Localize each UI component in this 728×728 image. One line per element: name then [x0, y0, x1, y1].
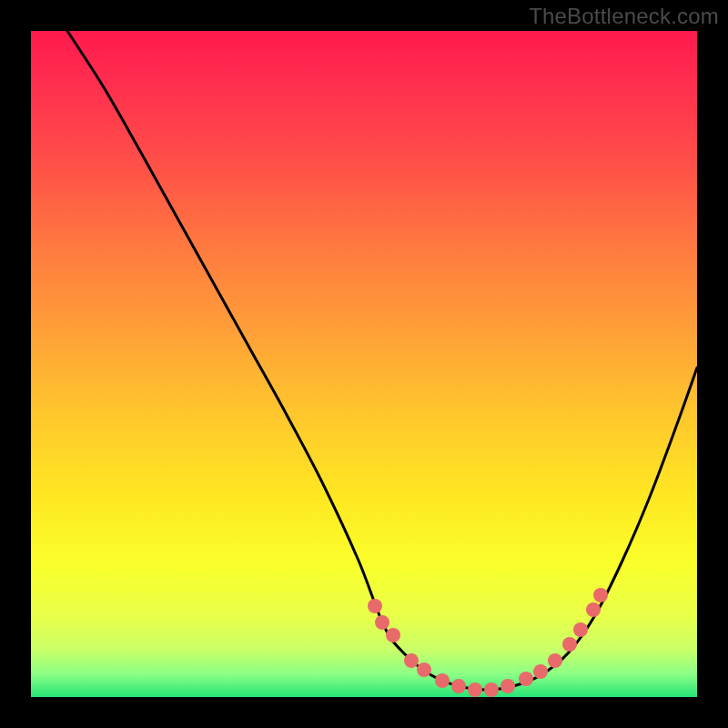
curve-svg: [31, 31, 697, 697]
chart-frame: TheBottleneck.com: [0, 0, 728, 728]
marker-dot: [484, 682, 499, 697]
plot-area: [31, 31, 697, 697]
marker-dot: [451, 679, 466, 693]
attribution-text: TheBottleneck.com: [529, 4, 719, 29]
marker-dot: [573, 622, 588, 637]
marker-dot: [562, 637, 577, 652]
marker-dot: [375, 615, 389, 630]
marker-dot: [500, 679, 515, 693]
marker-dot: [435, 673, 450, 688]
marker-dot: [533, 664, 548, 679]
marker-dot: [593, 588, 608, 602]
marker-dot: [468, 682, 482, 697]
marker-dot: [404, 653, 419, 668]
marker-dots: [368, 588, 608, 697]
marker-dot: [368, 599, 382, 613]
marker-dot: [417, 662, 431, 677]
marker-dot: [548, 653, 562, 668]
marker-dot: [519, 672, 533, 686]
marker-dot: [386, 628, 400, 642]
marker-dot: [586, 602, 601, 617]
